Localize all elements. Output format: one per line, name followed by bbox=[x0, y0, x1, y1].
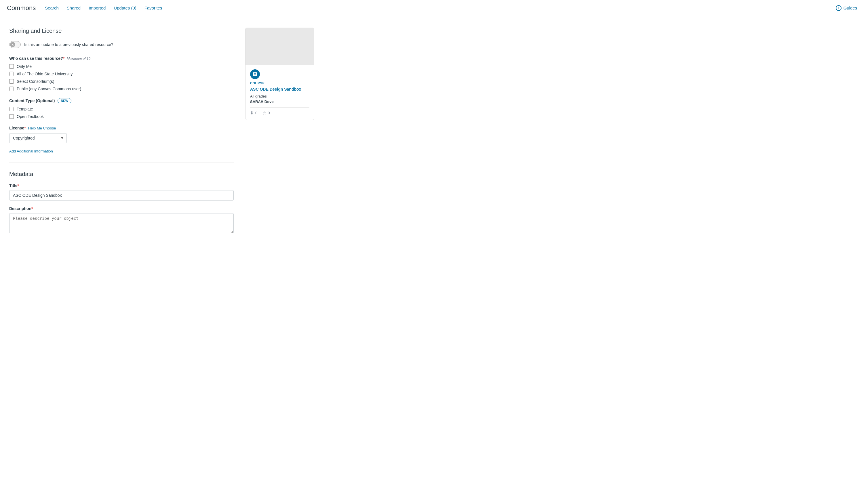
title-input[interactable] bbox=[9, 190, 234, 200]
checkbox-only-me[interactable] bbox=[9, 64, 14, 69]
license-select-wrap: Copyrighted Public Domain CC Attribution… bbox=[9, 133, 67, 143]
toggle-circle: ✕ bbox=[10, 42, 15, 47]
nav-favorites[interactable]: Favorites bbox=[144, 5, 162, 10]
card-thumbnail bbox=[245, 28, 314, 65]
nav-updates[interactable]: Updates (0) bbox=[114, 5, 136, 10]
card-body: COURSE ASC ODE Design Sandbox All grades… bbox=[245, 65, 314, 120]
guides-label: Guides bbox=[843, 5, 857, 10]
license-select[interactable]: Copyrighted Public Domain CC Attribution… bbox=[9, 133, 67, 143]
option-only-me[interactable]: Only Me bbox=[9, 64, 234, 69]
info-icon: i bbox=[836, 5, 842, 11]
download-stat: ⬇ 0 bbox=[250, 110, 257, 116]
download-count: 0 bbox=[255, 111, 257, 115]
sharing-license-section: Sharing and License ✕ Is this an update … bbox=[9, 28, 234, 161]
add-additional-info-link[interactable]: Add Additional Information bbox=[9, 149, 53, 153]
download-icon: ⬇ bbox=[250, 110, 254, 116]
title-label: Title* bbox=[9, 183, 234, 188]
badge-new: NEW bbox=[58, 98, 71, 103]
checkbox-template[interactable] bbox=[9, 107, 14, 111]
title-field: Title* bbox=[9, 183, 234, 200]
sharing-license-title: Sharing and License bbox=[9, 28, 234, 34]
header: Commons Search Shared Imported Updates (… bbox=[0, 0, 864, 16]
main-form: Sharing and License ✕ Is this an update … bbox=[9, 28, 234, 240]
checkbox-open-textbook[interactable] bbox=[9, 114, 14, 119]
card-type-label: COURSE bbox=[250, 82, 309, 85]
content-type-header: Content Type (Optional) NEW bbox=[9, 98, 234, 103]
who-can-use-options: Only Me All of The Ohio State University… bbox=[9, 64, 234, 91]
content-type-label: Content Type (Optional) bbox=[9, 98, 55, 103]
main-nav: Search Shared Imported Updates (0) Favor… bbox=[45, 5, 836, 10]
update-toggle-label: Is this an update to a previously shared… bbox=[24, 42, 113, 47]
description-label: Description* bbox=[9, 206, 234, 211]
description-field: Description* bbox=[9, 206, 234, 234]
update-toggle-row: ✕ Is this an update to a previously shar… bbox=[9, 41, 234, 48]
option-template[interactable]: Template bbox=[9, 107, 234, 111]
checkbox-consortium[interactable] bbox=[9, 79, 14, 84]
favorite-count: 0 bbox=[268, 111, 270, 115]
card-grades: All grades bbox=[250, 94, 309, 98]
option-consortium[interactable]: Select Consortium(s) bbox=[9, 79, 234, 84]
license-label: License* bbox=[9, 126, 26, 130]
metadata-title: Metadata bbox=[9, 171, 234, 177]
who-can-use-label: Who can use this resource?*Maximum of 10 bbox=[9, 56, 234, 61]
checkbox-public[interactable] bbox=[9, 87, 14, 91]
guides-link[interactable]: i Guides bbox=[836, 5, 857, 11]
course-icon bbox=[250, 69, 260, 79]
checkbox-ohio-state[interactable] bbox=[9, 72, 14, 76]
sidebar: COURSE ASC ODE Design Sandbox All grades… bbox=[245, 28, 314, 240]
course-card: COURSE ASC ODE Design Sandbox All grades… bbox=[245, 28, 314, 120]
content-type-options: Template Open Textbook bbox=[9, 107, 234, 119]
nav-imported[interactable]: Imported bbox=[89, 5, 106, 10]
max-info: Maximum of 10 bbox=[67, 57, 91, 61]
book-icon bbox=[252, 72, 257, 77]
card-course-title[interactable]: ASC ODE Design Sandbox bbox=[250, 87, 309, 93]
card-stats: ⬇ 0 ☆ 0 bbox=[250, 107, 309, 116]
option-public[interactable]: Public (any Canvas Commons user) bbox=[9, 87, 234, 91]
favorite-stat: ☆ 0 bbox=[263, 110, 270, 116]
description-input[interactable] bbox=[9, 213, 234, 233]
card-author: SARAH Dove bbox=[250, 100, 309, 104]
metadata-section: Metadata Title* Description* bbox=[9, 171, 234, 234]
update-toggle[interactable]: ✕ bbox=[9, 41, 21, 48]
license-row: License* Help Me Choose bbox=[9, 126, 234, 130]
star-icon: ☆ bbox=[263, 110, 266, 116]
required-marker: * bbox=[63, 56, 64, 61]
nav-search[interactable]: Search bbox=[45, 5, 59, 10]
help-me-choose-link[interactable]: Help Me Choose bbox=[28, 126, 56, 130]
page-content: Sharing and License ✕ Is this an update … bbox=[0, 16, 432, 251]
option-ohio-state[interactable]: All of The Ohio State University bbox=[9, 72, 234, 76]
option-open-textbook[interactable]: Open Textbook bbox=[9, 114, 234, 119]
nav-shared[interactable]: Shared bbox=[67, 5, 81, 10]
app-logo: Commons bbox=[7, 4, 36, 12]
divider bbox=[9, 162, 234, 163]
